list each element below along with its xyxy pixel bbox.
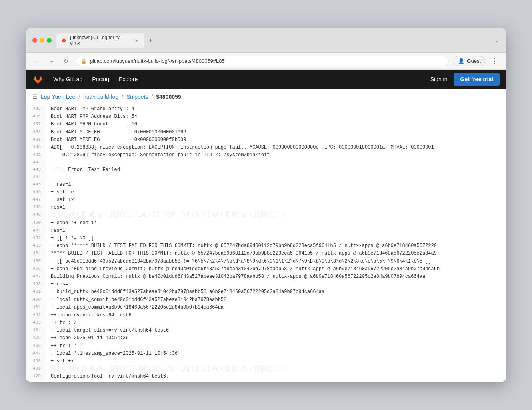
log-line-content: + echo '+ res=1' — [46, 219, 506, 227]
log-line-number: 442 — [26, 159, 46, 166]
tab-expand-button[interactable]: ⌄ — [495, 37, 500, 44]
log-row: 460+ local nuttx_commit=be40c01ddd6f43a5… — [26, 296, 506, 304]
close-button[interactable] — [32, 38, 37, 43]
log-line-content: [ 0.242809] riscv_exception: Segmentatio… — [46, 151, 506, 159]
tab-favicon-icon — [61, 38, 67, 43]
log-line-number: 452 — [26, 235, 46, 242]
log-line-number: 468 — [26, 358, 46, 365]
log-line-content: Building Previous Commit: nuttx @ be40c0… — [46, 273, 506, 281]
gitlab-logo[interactable] — [32, 74, 44, 85]
log-line-number: 465 — [26, 334, 46, 342]
log-line-content: + res= — [46, 281, 506, 288]
gitlab-navbar: Why GitLab Pricing Explore Sign in Get f… — [26, 70, 506, 89]
log-line-content: Boot HART MIDELEG : 0x0000000000001666 — [46, 129, 506, 136]
log-line-number: 439 — [26, 136, 46, 144]
log-row: 441[ 0.242809] riscv_exception: Segmenta… — [26, 151, 506, 159]
address-bar-input[interactable]: 🔒 gitlab.com/lupyuen/nuttx-build-log/-/s… — [76, 56, 449, 66]
nav-why-gitlab[interactable]: Why GitLab — [53, 74, 82, 84]
log-line-number: 444 — [26, 174, 46, 181]
log-row: 457Building Previous Commit: nuttx @ be4… — [26, 273, 506, 281]
log-line-content: + build_nuttx be40c01ddd6f43a527abeae310… — [46, 288, 506, 296]
log-line-number: 461 — [26, 304, 46, 312]
breadcrumb-snippets-link[interactable]: Snippets — [126, 94, 148, 100]
breadcrumb-repo-link[interactable]: nuttx-build-log — [83, 94, 118, 100]
log-line-content: ++ echo 2025-01-11T10:54:36 — [46, 334, 506, 342]
log-line-number: 470 — [26, 373, 46, 380]
reload-button[interactable]: ↻ — [61, 56, 71, 66]
log-line-number: 460 — [26, 296, 46, 304]
log-row: 469=====================================… — [26, 365, 506, 373]
log-line-content: + [[ 1 != \0 ]] — [46, 235, 506, 242]
browser-window: [unknown] CI Log for rv-virt:k ✕ + ⌄ ← →… — [26, 28, 506, 382]
more-options-button[interactable]: ⋮ — [490, 56, 500, 66]
profile-icon: 👤 — [458, 58, 464, 64]
log-line-content: Boot HART PMP Address Bits: 54 — [46, 113, 506, 121]
log-line-content: Boot HART MHPM Count : 16 — [46, 121, 506, 128]
log-line-content: + local 'timestamp_space=2025-01-11 10:5… — [46, 350, 506, 358]
log-line-content: ========================================… — [46, 211, 506, 219]
maximize-button[interactable] — [47, 38, 52, 43]
log-line-content: + local apps_commit=a6b9e718460a56722205… — [46, 304, 506, 312]
sign-in-button[interactable]: Sign in — [430, 76, 448, 82]
nav-pricing[interactable]: Pricing — [92, 74, 109, 84]
log-row: 456+ echo 'Building Previous Commit: nut… — [26, 265, 506, 273]
log-line-content: ++ tr : / — [46, 319, 506, 327]
log-line-content — [46, 174, 506, 181]
get-free-trial-button[interactable]: Get free trial — [454, 73, 500, 86]
log-line-content: 2025-01-11 10:54:36 — [46, 381, 506, 382]
log-line-content — [46, 159, 506, 166]
log-row: 468+ set +x — [26, 358, 506, 365]
log-line-number: 464 — [26, 327, 46, 334]
breadcrumb-sep-1: / — [78, 94, 80, 100]
log-row: 452+ [[ 1 != \0 ]] — [26, 235, 506, 242]
log-row: 448res=1 — [26, 204, 506, 211]
tab-title: [unknown] CI Log for rv-virt:k — [70, 35, 131, 46]
log-row: 458+ res= — [26, 281, 506, 288]
log-line-content: ABC[ 0.238338] riscv_exception: EXCEPTIO… — [46, 144, 506, 151]
breadcrumb-home-icon[interactable]: ☰ — [32, 94, 38, 100]
log-line-number: 451 — [26, 227, 46, 235]
log-row: 459+ build_nuttx be40c01ddd6f43a527abeae… — [26, 288, 506, 296]
log-line-content: Boot HART MEDELEG : 0x0000000000f0b509 — [46, 136, 506, 144]
minimize-button[interactable] — [40, 38, 44, 43]
log-row: 440ABC[ 0.238338] riscv_exception: EXCEP… — [26, 144, 506, 151]
log-row: 436Boot HART PMP Address Bits: 54 — [26, 113, 506, 121]
log-row: 445+ res=1 — [26, 181, 506, 189]
log-row: 439Boot HART MEDELEG : 0x0000000000f0b50… — [26, 136, 506, 144]
traffic-lights — [32, 38, 52, 43]
breadcrumb: ☰ Lup Yuen Lee / nuttx-build-log / Snipp… — [26, 89, 506, 105]
log-row: 444 — [26, 174, 506, 181]
log-line-number: 455 — [26, 258, 46, 265]
log-line-content: res=1 — [46, 204, 506, 211]
nav-explore[interactable]: Explore — [119, 74, 138, 84]
breadcrumb-current: $4800059 — [156, 94, 181, 100]
log-lines: 435Boot HART PMP Granularity : 4436Boot … — [26, 105, 506, 382]
log-line-content: ===== Error: Test Failed — [46, 166, 506, 174]
url-display: gitlab.com/lupyuen/nuttx-build-log/-/sni… — [90, 58, 444, 64]
log-container[interactable]: 435Boot HART PMP Granularity : 4436Boot … — [26, 105, 506, 382]
log-line-number: 462 — [26, 312, 46, 319]
log-line-number: 469 — [26, 365, 46, 373]
back-button[interactable]: ← — [32, 56, 42, 66]
log-line-number: 467 — [26, 350, 46, 358]
log-line-number: 449 — [26, 211, 46, 219]
tab-bar: [unknown] CI Log for rv-virt:k ✕ + — [56, 33, 490, 48]
log-line-content: + echo '***** BUILD / TEST FAILED FOR TH… — [46, 242, 506, 250]
profile-button[interactable]: 👤 Guest — [454, 56, 485, 66]
log-row: 442 — [26, 159, 506, 166]
breadcrumb-user-link[interactable]: Lup Yuen Lee — [41, 94, 75, 100]
log-line-number: 435 — [26, 105, 46, 113]
log-row: 447+ set +x — [26, 196, 506, 204]
active-tab[interactable]: [unknown] CI Log for rv-virt:k ✕ — [56, 33, 144, 48]
address-bar: ← → ↻ 🔒 gitlab.com/lupyuen/nuttx-build-l… — [26, 53, 506, 70]
new-tab-button[interactable]: + — [146, 36, 156, 45]
log-row: 470Configuration/Tool: rv-virt/knsh64_te… — [26, 373, 506, 380]
log-row: 438Boot HART MIDELEG : 0x000000000000166… — [26, 129, 506, 136]
log-line-content: ++ echo rv-virt:knsh64_test6 — [46, 312, 506, 319]
log-line-number: 456 — [26, 265, 46, 273]
log-row: 454***** BUILD / TEST FAILED FOR THIS CO… — [26, 250, 506, 257]
log-line-content: ========================================… — [46, 365, 506, 373]
tab-close-button[interactable]: ✕ — [134, 38, 140, 43]
forward-button[interactable]: → — [47, 56, 56, 66]
log-line-number: 447 — [26, 196, 46, 204]
